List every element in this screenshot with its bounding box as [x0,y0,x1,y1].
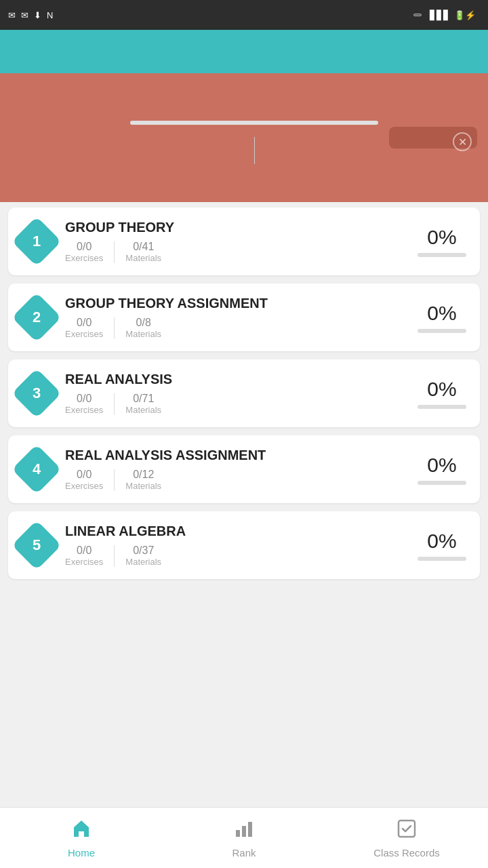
chapter-info-4: REAL ANALYSIS ASSIGNMENT 0/0 Exercises 0… [65,448,404,491]
home-label: Home [68,847,95,859]
chapter-info-2: GROUP THEORY ASSIGNMENT 0/0 Exercises 0/… [65,296,404,339]
chapter-name-1: GROUP THEORY [65,220,404,235]
chapter-percent-block-3: 0% [415,378,469,409]
chapter-badge-2: 2 [12,292,62,342]
ch-exercises-4: 0/0 Exercises [65,469,103,491]
chapter-info-1: GROUP THEORY 0/0 Exercises 0/41 Material… [65,220,404,263]
battery-icon: 🔋⚡ [454,10,476,20]
chapter-badge-5: 5 [12,520,62,570]
nav-tab-classrecords[interactable]: Class Records [325,811,488,865]
chapter-badge-3: 3 [12,368,62,418]
chapter-percent-1: 0% [427,226,456,249]
ch-materials-2: 0/8 Materials [125,317,161,339]
course-progress-bar [130,121,378,125]
nav-tab-home[interactable]: Home [0,811,163,865]
download-icon: ⬇ [34,10,41,20]
email2-icon: ✉ [21,10,28,20]
chapter-percent-block-2: 0% [415,302,469,333]
stats-divider [254,137,255,164]
chapter-list: 1 GROUP THEORY 0/0 Exercises 0/41 Materi… [0,202,488,593]
chapter-info-5: LINEAR ALGEBRA 0/0 Exercises 0/37 Materi… [65,524,404,567]
ch-exercises-1: 0/0 Exercises [65,241,103,263]
svg-rect-3 [399,821,415,837]
chapter-percent-block-4: 0% [415,454,469,485]
classrecords-icon [396,818,418,844]
svg-rect-1 [242,826,246,837]
chapter-stats-3: 0/0 Exercises 0/71 Materials [65,393,404,415]
ch-materials-5: 0/37 Materials [125,545,161,567]
chapter-progress-bar-4 [418,481,466,485]
status-right: ▋▋▋ 🔋⚡ [413,10,480,20]
chapter-percent-2: 0% [427,302,456,325]
class-rank-section [11,127,119,149]
chapter-stats-5: 0/0 Exercises 0/37 Materials [65,545,404,567]
chapter-card-2[interactable]: 2 GROUP THEORY ASSIGNMENT 0/0 Exercises … [8,283,480,351]
chapter-percent-block-5: 0% [415,530,469,561]
status-icons: ✉ ✉ ⬇ N [8,10,53,20]
bottom-nav: Home Rank Class Records [0,807,488,868]
header-card: ✕ [0,73,488,202]
chapter-badge-1: 1 [12,216,62,267]
avg-icon: ✕ [453,132,472,151]
chapter-card-1[interactable]: 1 GROUP THEORY 0/0 Exercises 0/41 Materi… [8,208,480,275]
home-icon [70,818,92,844]
chapter-percent-4: 0% [427,454,456,477]
chapter-badge-4: 4 [12,444,62,494]
chapter-progress-bar-3 [418,405,466,409]
ch-materials-1: 0/41 Materials [125,241,161,263]
ch-exercises-5: 0/0 Exercises [65,545,103,567]
chapter-percent-block-1: 0% [415,226,469,257]
chapter-info-3: REAL ANALYSIS 0/0 Exercises 0/71 Materia… [65,372,404,415]
status-bar: ✉ ✉ ⬇ N ▋▋▋ 🔋⚡ [0,0,488,30]
ch-materials-4: 0/12 Materials [125,469,161,491]
nav-tab-rank[interactable]: Rank [163,811,325,865]
svg-rect-2 [248,822,252,837]
ch-materials-3: 0/71 Materials [125,393,161,415]
chapter-stats-2: 0/0 Exercises 0/8 Materials [65,317,404,339]
chapter-card-4[interactable]: 4 REAL ANALYSIS ASSIGNMENT 0/0 Exercises… [8,435,480,503]
course-section [119,104,389,171]
chapter-progress-bar-1 [418,253,466,257]
chapter-name-2: GROUP THEORY ASSIGNMENT [65,296,404,311]
chapter-name-5: LINEAR ALGEBRA [65,524,404,539]
rank-label: Rank [232,847,256,859]
chapter-progress-bar-5 [418,557,466,561]
chapter-stats-1: 0/0 Exercises 0/41 Materials [65,241,404,263]
ch-exercises-3: 0/0 Exercises [65,393,103,415]
svg-rect-0 [236,830,240,837]
course-stats-row [130,137,378,164]
chapter-percent-3: 0% [427,378,456,401]
chapter-percent-5: 0% [427,530,456,553]
avg-mark-section: ✕ [389,127,477,149]
ch-exercises-2: 0/0 Exercises [65,317,103,339]
email-icon: ✉ [8,10,16,20]
rank-icon [233,818,255,844]
volte-badge [413,14,422,16]
chapter-name-4: REAL ANALYSIS ASSIGNMENT [65,448,404,463]
chapter-progress-bar-2 [418,329,466,333]
chapter-name-3: REAL ANALYSIS [65,372,404,387]
chapter-card-3[interactable]: 3 REAL ANALYSIS 0/0 Exercises 0/71 Mater… [8,359,480,427]
chapter-card-5[interactable]: 5 LINEAR ALGEBRA 0/0 Exercises 0/37 Mate… [8,511,480,579]
n-icon: N [47,10,53,20]
chapter-stats-4: 0/0 Exercises 0/12 Materials [65,469,404,491]
nav-bar [0,30,488,73]
signal-bars: ▋▋▋ [430,10,450,20]
classrecords-label: Class Records [373,847,440,859]
